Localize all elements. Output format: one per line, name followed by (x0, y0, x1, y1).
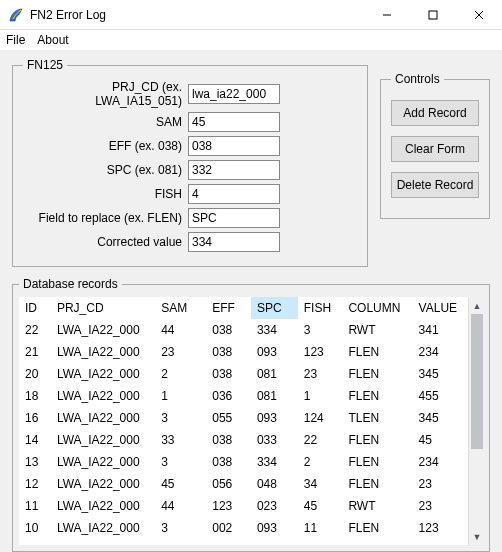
cell-sam: 2 (155, 363, 206, 385)
table-row[interactable]: 13LWA_IA22_00030383342FLEN234 (19, 451, 468, 473)
cell-spc: 081 (251, 385, 298, 407)
cell-value: 345 (413, 407, 468, 429)
sam-input[interactable] (188, 112, 280, 132)
spc-input[interactable] (188, 160, 280, 180)
col-column[interactable]: COLUMN (342, 297, 412, 319)
cell-prj_cd: LWA_IA22_000 (51, 451, 155, 473)
cell-eff: 036 (206, 385, 251, 407)
fish-input[interactable] (188, 184, 280, 204)
delete-record-button[interactable]: Delete Record (391, 172, 479, 198)
cell-value: 23 (413, 495, 468, 517)
table-row[interactable]: 16LWA_IA22_0003055093124TLEN345 (19, 407, 468, 429)
maximize-button[interactable] (410, 0, 456, 30)
cell-prj_cd: LWA_IA22_000 (51, 341, 155, 363)
col-fish[interactable]: FISH (298, 297, 343, 319)
prj-cd-input[interactable] (188, 84, 280, 104)
cell-id: 21 (19, 341, 51, 363)
field-to-replace-label: Field to replace (ex. FLEN) (23, 211, 188, 225)
minimize-button[interactable] (364, 0, 410, 30)
menubar: File About (0, 30, 502, 50)
menu-file[interactable]: File (6, 33, 25, 47)
sam-label: SAM (23, 115, 188, 129)
scroll-thumb[interactable] (471, 314, 483, 449)
cell-eff: 038 (206, 429, 251, 451)
cell-value: 455 (413, 385, 468, 407)
cell-spc: 093 (251, 517, 298, 539)
cell-column: RWT (342, 319, 412, 341)
corrected-value-label: Corrected value (23, 235, 188, 249)
cell-spc: 081 (251, 363, 298, 385)
controls-legend: Controls (391, 72, 444, 86)
cell-spc: 334 (251, 451, 298, 473)
cell-column: FLEN (342, 363, 412, 385)
cell-sam: 3 (155, 517, 206, 539)
titlebar: FN2 Error Log (0, 0, 502, 30)
cell-sam: 44 (155, 319, 206, 341)
cell-spc: 033 (251, 429, 298, 451)
table-row[interactable]: 18LWA_IA22_00010360811FLEN455 (19, 385, 468, 407)
controls-group: Controls Add Record Clear Form Delete Re… (380, 72, 490, 219)
cell-column: FLEN (342, 451, 412, 473)
cell-value: 45 (413, 429, 468, 451)
cell-id: 16 (19, 407, 51, 429)
add-record-button[interactable]: Add Record (391, 100, 479, 126)
cell-fish: 45 (298, 495, 343, 517)
table-row[interactable]: 12LWA_IA22_0004505604834FLEN23 (19, 473, 468, 495)
col-value[interactable]: VALUE (413, 297, 468, 319)
cell-eff: 038 (206, 341, 251, 363)
col-eff[interactable]: EFF (206, 297, 251, 319)
cell-id: 18 (19, 385, 51, 407)
col-sam[interactable]: SAM (155, 297, 206, 319)
col-spc[interactable]: SPC (251, 297, 298, 319)
cell-fish: 23 (298, 363, 343, 385)
cell-sam: 1 (155, 385, 206, 407)
col-id[interactable]: ID (19, 297, 51, 319)
cell-id: 11 (19, 495, 51, 517)
clear-form-button[interactable]: Clear Form (391, 136, 479, 162)
cell-sam: 23 (155, 341, 206, 363)
cell-spc: 334 (251, 319, 298, 341)
cell-column: FLEN (342, 517, 412, 539)
cell-sam: 33 (155, 429, 206, 451)
corrected-value-input[interactable] (188, 232, 280, 252)
scroll-up-icon[interactable]: ▲ (469, 297, 485, 314)
table-row[interactable]: 14LWA_IA22_0003303803322FLEN45 (19, 429, 468, 451)
table-row[interactable]: 11LWA_IA22_0004412302345RWT23 (19, 495, 468, 517)
fn125-group: FN125 PRJ_CD (ex. LWA_IA15_051) SAM EFF … (12, 58, 368, 267)
col-prj-cd[interactable]: PRJ_CD (51, 297, 155, 319)
cell-prj_cd: LWA_IA22_000 (51, 407, 155, 429)
menu-about[interactable]: About (37, 33, 68, 47)
cell-eff: 038 (206, 319, 251, 341)
table-scrollbar[interactable]: ▲ ▼ (468, 297, 485, 545)
table-row[interactable]: 10LWA_IA22_000300209311FLEN123 (19, 517, 468, 539)
table-row[interactable]: 20LWA_IA22_000203808123FLEN345 (19, 363, 468, 385)
cell-eff: 038 (206, 363, 251, 385)
cell-fish: 124 (298, 407, 343, 429)
cell-sam: 45 (155, 473, 206, 495)
cell-spc: 023 (251, 495, 298, 517)
cell-column: FLEN (342, 341, 412, 363)
cell-prj_cd: LWA_IA22_000 (51, 495, 155, 517)
eff-label: EFF (ex. 038) (23, 139, 188, 153)
table-row[interactable]: 21LWA_IA22_00023038093123FLEN234 (19, 341, 468, 363)
scroll-down-icon[interactable]: ▼ (469, 528, 485, 545)
cell-fish: 11 (298, 517, 343, 539)
cell-prj_cd: LWA_IA22_000 (51, 473, 155, 495)
cell-sam: 3 (155, 451, 206, 473)
database-records-legend: Database records (19, 277, 122, 291)
app-icon (8, 7, 24, 23)
close-button[interactable] (456, 0, 502, 30)
table-row[interactable]: 22LWA_IA22_000440383343RWT341 (19, 319, 468, 341)
eff-input[interactable] (188, 136, 280, 156)
svg-rect-1 (429, 11, 437, 19)
cell-value: 234 (413, 341, 468, 363)
field-to-replace-input[interactable] (188, 208, 280, 228)
cell-eff: 055 (206, 407, 251, 429)
cell-value: 123 (413, 517, 468, 539)
cell-fish: 3 (298, 319, 343, 341)
cell-fish: 1 (298, 385, 343, 407)
cell-prj_cd: LWA_IA22_000 (51, 385, 155, 407)
fn125-legend: FN125 (23, 58, 67, 72)
records-table[interactable]: ID PRJ_CD SAM EFF SPC FISH COLUMN VALUE … (19, 297, 468, 539)
cell-sam: 44 (155, 495, 206, 517)
